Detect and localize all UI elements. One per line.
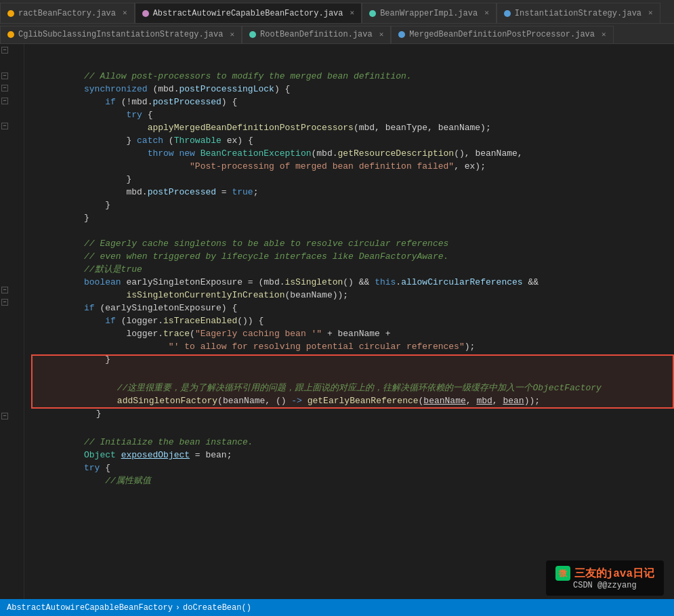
tab-label: ractBeanFactory.java <box>18 9 116 18</box>
breadcrumb: AbstractAutowireCapableBeanFactory › doC… <box>7 603 251 613</box>
gutter-line <box>0 511 24 524</box>
gutter-line: − <box>0 69 24 82</box>
tab-bar-top: ractBeanFactory.java ✕ AbstractAutowireC… <box>0 0 674 24</box>
gutter-line <box>0 195 24 208</box>
tab-icon <box>7 10 14 17</box>
code-line: // Eagerly cache singletons to be able t… <box>31 224 674 237</box>
gutter-line <box>0 145 24 158</box>
code-line <box>31 410 674 423</box>
gutter-line: − <box>0 120 24 133</box>
watermark-title: 微 三友的java日记 <box>555 566 654 581</box>
breadcrumb-class: AbstractAutowireCapableBeanFactory <box>7 603 173 613</box>
tab-icon <box>249 31 256 38</box>
gutter-line: − <box>0 296 24 309</box>
tab-InstantiationStrategy[interactable]: InstantiationStrategy.java ✕ <box>497 3 660 23</box>
tab-close-icon[interactable]: ✕ <box>484 9 489 17</box>
breadcrumb-arrow: › <box>175 603 180 613</box>
gutter-line <box>0 321 24 334</box>
code-line: //属性赋值 <box>31 461 674 474</box>
tab-icon <box>369 10 376 17</box>
tab-close-icon[interactable]: ✕ <box>230 31 234 39</box>
gutter-line <box>0 485 24 498</box>
fold-icon[interactable]: − <box>1 123 8 129</box>
tab-label: MergedBeanDefinitionPostProcessor.java <box>409 30 595 39</box>
code-line: // Initialize the bean instance. <box>31 423 674 436</box>
gutter-line <box>0 422 24 435</box>
gutter-line <box>0 498 24 511</box>
fold-icon[interactable]: − <box>1 98 8 104</box>
tab-icon <box>142 10 149 17</box>
tab-icon <box>7 31 14 38</box>
editor-area: − − − − − − − <box>0 44 674 599</box>
line-gutter: − − − − − − − <box>0 44 24 599</box>
tab-bar-bottom: CglibSubclassingInstantiationStrategy.ja… <box>0 24 674 44</box>
gutter-line <box>0 586 24 599</box>
gutter-line <box>0 347 24 360</box>
tab-label: AbstractAutowireCapableBeanFactory.java <box>153 9 343 18</box>
code-content[interactable]: // Allow post-processors to modify the m… <box>24 44 674 599</box>
code-line <box>31 44 674 57</box>
fold-icon[interactable]: − <box>1 85 8 91</box>
gutter-line <box>0 359 24 372</box>
tab-RootBeanDefinition[interactable]: RootBeanDefinition.java ✕ <box>242 26 391 43</box>
status-bar: AbstractAutowireCapableBeanFactory › doC… <box>0 599 674 616</box>
wechat-icon: 微 <box>555 566 570 581</box>
gutter-line: − <box>0 410 24 423</box>
gutter-line <box>0 157 24 170</box>
watermark: 微 三友的java日记 CSDN @@zzyang <box>546 560 664 596</box>
tab-label: CglibSubclassingInstantiationStrategy.ja… <box>18 30 223 39</box>
tab-close-icon[interactable]: ✕ <box>379 31 384 39</box>
tab-ractBeanFactory[interactable]: ractBeanFactory.java ✕ <box>0 3 135 23</box>
gutter-line: − <box>0 82 24 95</box>
gutter-line <box>0 57 24 70</box>
gutter-line: − <box>0 44 24 57</box>
gutter-line <box>0 132 24 145</box>
tab-icon <box>504 10 511 17</box>
gutter-line <box>0 397 24 410</box>
gutter-line <box>0 271 24 284</box>
gutter-line <box>0 221 24 234</box>
gutter-line <box>0 548 24 561</box>
gutter-line <box>0 561 24 574</box>
code-line <box>31 211 674 224</box>
breadcrumb-method: doCreateBean() <box>183 603 251 613</box>
tab-BeanWrapperImpl[interactable]: BeanWrapperImpl.java ✕ <box>362 3 497 23</box>
gutter-line <box>0 460 24 473</box>
gutter-line <box>0 448 24 461</box>
gutter-line <box>0 473 24 486</box>
tab-close-icon[interactable]: ✕ <box>350 9 355 17</box>
gutter-line <box>0 183 24 196</box>
tab-close-icon[interactable]: ✕ <box>123 9 127 17</box>
fold-icon[interactable]: − <box>1 73 8 79</box>
watermark-subtitle: CSDN @@zzyang <box>555 581 654 590</box>
fold-icon[interactable]: − <box>1 299 8 306</box>
gutter-line <box>0 574 24 587</box>
fold-icon[interactable]: − <box>1 47 8 54</box>
fold-icon[interactable]: − <box>1 413 8 419</box>
gutter-line <box>0 107 24 120</box>
highlight-section: //这里很重要，是为了解决循环引用的问题，跟上面说的对应上的，往解决循环依赖的一… <box>31 354 674 409</box>
fold-icon[interactable]: − <box>1 287 8 293</box>
gutter-line <box>0 384 24 397</box>
code-line: } <box>31 199 674 211</box>
gutter-line <box>0 523 24 536</box>
tab-AbstractAutowire[interactable]: AbstractAutowireCapableBeanFactory.java … <box>135 3 362 23</box>
gutter-line <box>0 246 24 259</box>
gutter-line <box>0 170 24 183</box>
code-line: // Allow post-processors to modify the m… <box>31 57 674 70</box>
gutter-line <box>0 435 24 448</box>
code-line: //这里很重要，是为了解决循环引用的问题，跟上面说的对应上的，往解决循环依赖的一… <box>33 369 673 382</box>
gutter-line <box>0 536 24 549</box>
tab-MergedBeanDefinition[interactable]: MergedBeanDefinitionPostProcessor.java ✕ <box>391 26 613 43</box>
gutter-line: − <box>0 284 24 297</box>
tab-label: InstantiationStrategy.java <box>515 9 641 18</box>
watermark-name: 三友的java日记 <box>574 567 654 581</box>
gutter-line <box>0 208 24 221</box>
tab-icon <box>398 31 405 38</box>
code-line <box>33 356 673 369</box>
tab-close-icon[interactable]: ✕ <box>648 9 653 17</box>
tab-CglibSubclassing[interactable]: CglibSubclassingInstantiationStrategy.ja… <box>0 26 242 43</box>
tab-label: RootBeanDefinition.java <box>260 30 373 39</box>
tab-close-icon[interactable]: ✕ <box>602 31 606 39</box>
gutter-line <box>0 334 24 347</box>
